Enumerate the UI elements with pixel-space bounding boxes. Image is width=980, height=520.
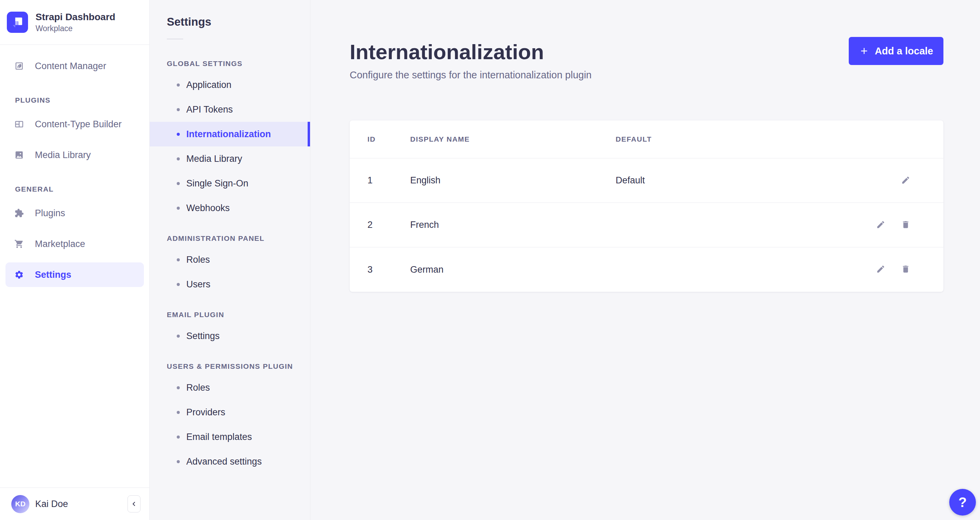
settings-nav-item-api-tokens[interactable]: API Tokens [150,97,310,122]
settings-nav-item-settings[interactable]: Settings [150,324,310,348]
settings-nav-item-media-library[interactable]: Media Library [150,147,310,171]
settings-nav-item-providers[interactable]: Providers [150,400,310,424]
settings-nav-item-label: Webhooks [186,203,230,214]
settings-nav-items: Settings [150,324,310,348]
settings-nav-item-email-templates[interactable]: Email templates [150,424,310,449]
settings-nav-section-label: USERS & PERMISSIONS PLUGIN [167,362,310,371]
main-nav-sections: Content ManagerPLUGINSContent-Type Build… [0,45,150,488]
add-locale-button[interactable]: Add a locale [849,37,943,65]
column-header-default: DEFAULT [616,135,910,144]
bullet-icon [177,182,180,185]
settings-nav-item-single-sign-on[interactable]: Single Sign-On [150,171,310,196]
brand[interactable]: Strapi Dashboard Workplace [0,0,150,45]
table-row: 2French [350,203,943,247]
sidebar-item-label: Plugins [35,208,65,219]
settings-nav-item-label: Single Sign-On [186,178,248,189]
help-button[interactable]: ? [949,489,976,515]
collapse-sidebar-button[interactable] [127,495,140,512]
settings-nav-item-label: Advanced settings [186,456,262,467]
page-subtitle: Configure the settings for the internati… [350,69,943,81]
sidebar-item-plugins[interactable]: Plugins [5,201,144,225]
cell-id: 2 [368,220,410,230]
settings-nav-item-roles[interactable]: Roles [150,375,310,400]
settings-nav-item-users[interactable]: Users [150,272,310,297]
bullet-icon [177,258,180,262]
row-actions [876,220,910,230]
sidebar-item-marketplace[interactable]: Marketplace [5,231,144,256]
edit-locale-button[interactable] [901,175,910,186]
settings-nav-item-application[interactable]: Application [150,73,310,97]
page-header: Internationalization Configure the setti… [311,0,980,81]
table-body: 1EnglishDefault2French3German [350,158,943,292]
settings-nav-item-internationalization[interactable]: Internationalization [150,122,310,147]
strapi-logo-icon [7,12,28,33]
user-name: Kai Doe [35,499,68,509]
column-header-id: ID [368,135,410,144]
cell-id: 3 [368,265,410,275]
plus-icon [859,46,869,56]
settings-nav-item-label: Application [186,80,231,90]
settings-nav-item-label: Roles [186,255,210,265]
nav-section-label: PLUGINS [15,96,145,104]
bullet-icon [177,411,180,414]
settings-nav-items: RolesUsers [150,247,310,297]
cell-id: 1 [368,175,410,186]
sidebar-item-label: Content-Type Builder [35,119,122,130]
sidebar-item-settings[interactable]: Settings [5,262,144,287]
cell-display-name: English [410,175,616,186]
sidebar-item-content-type-builder[interactable]: Content-Type Builder [5,112,144,137]
locales-table: IDDISPLAY NAMEDEFAULT 1EnglishDefault2Fr… [350,120,943,292]
settings-nav-section: GLOBAL SETTINGSApplicationAPI TokensInte… [150,59,310,220]
settings-nav-item-roles[interactable]: Roles [150,247,310,272]
settings-icon [14,270,24,279]
plugins-icon [14,208,24,218]
table-header-row: IDDISPLAY NAMEDEFAULT [350,120,943,158]
settings-nav-item-webhooks[interactable]: Webhooks [150,196,310,220]
bullet-icon [177,108,180,111]
settings-nav-item-label: API Tokens [186,104,233,115]
settings-nav-item-advanced-settings[interactable]: Advanced settings [150,449,310,474]
bullet-icon [177,133,180,136]
sidebar-item-media-library[interactable]: Media Library [5,143,144,167]
trash-icon [901,265,910,274]
bullet-icon [177,335,180,338]
chevron-left-icon [130,501,137,507]
nav-section: GENERALPluginsMarketplaceSettings [5,185,145,287]
sidebar-item-label: Settings [35,270,72,280]
settings-nav-item-label: Users [186,279,210,290]
settings-nav-items: ApplicationAPI TokensInternationalizatio… [150,73,310,220]
table-row: 3German [350,247,943,292]
settings-nav-items: RolesProvidersEmail templatesAdvanced se… [150,375,310,474]
pencil-icon [876,265,885,274]
column-header-display-name: DISPLAY NAME [410,135,616,144]
brand-text: Strapi Dashboard Workplace [35,11,115,33]
delete-locale-button[interactable] [901,220,910,230]
content-type-builder-icon [14,120,24,129]
edit-locale-button[interactable] [876,220,885,230]
bullet-icon [177,435,180,439]
settings-nav-section-label: EMAIL PLUGIN [167,310,310,319]
brand-name: Strapi Dashboard [35,11,115,23]
settings-nav-item-label: Providers [186,407,225,418]
settings-nav-title: Settings [167,15,310,29]
pencil-icon [901,175,910,185]
main-sidebar: Strapi Dashboard Workplace Content Manag… [0,0,150,520]
settings-nav-item-label: Email templates [186,432,252,442]
sidebar-item-content-manager[interactable]: Content Manager [5,54,144,78]
divider [167,39,183,39]
bullet-icon [177,157,180,160]
bullet-icon [177,207,180,210]
question-mark-icon: ? [958,494,967,510]
sidebar-item-label: Content Manager [35,61,106,72]
edit-locale-button[interactable] [876,265,885,275]
sidebar-item-label: Marketplace [35,239,85,249]
bullet-icon [177,283,180,286]
settings-nav-sections: GLOBAL SETTINGSApplicationAPI TokensInte… [150,59,310,474]
delete-locale-button[interactable] [901,265,910,275]
avatar[interactable]: KD [11,495,29,513]
user-row: KD Kai Doe [0,488,150,520]
row-actions [901,175,910,186]
brand-workplace: Workplace [35,24,115,33]
settings-nav-item-label: Internationalization [186,129,271,140]
bullet-icon [177,83,180,86]
